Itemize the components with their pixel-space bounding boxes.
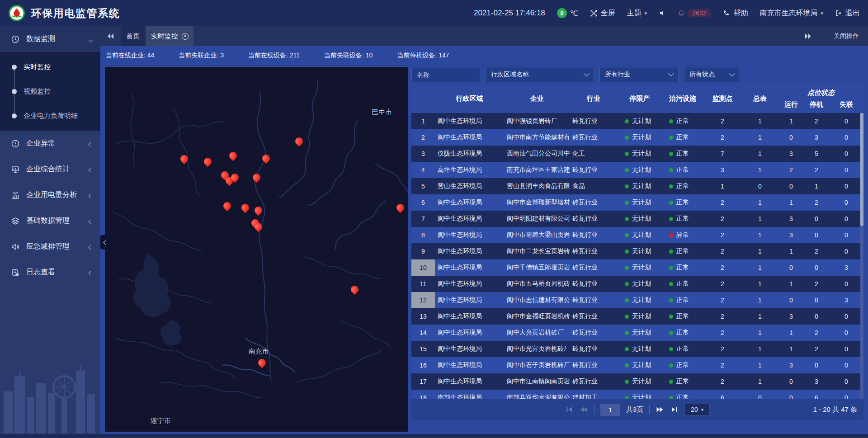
- table-row[interactable]: 15阆中生态环境局阆中市光富页岩机砖厂砖瓦行业无计划正常21120: [411, 341, 863, 357]
- help-button[interactable]: 帮助: [723, 9, 748, 18]
- table-row[interactable]: 7阆中生态环境局阆中明阳建材有限公司砖瓦行业无计划正常21300: [411, 211, 863, 227]
- sidebar-group-data-monitor[interactable]: 数据监测: [0, 26, 100, 52]
- tabs-scroll-right-button[interactable]: [797, 33, 818, 39]
- stop-production-cell: 无计划: [618, 276, 662, 292]
- chevron-left-icon: [89, 165, 92, 174]
- table-row[interactable]: 3仪陇生态环境局西南油气田分公司川中化工无计划正常71350: [411, 146, 863, 162]
- status-dot: [669, 331, 673, 335]
- prev-page-icon: [579, 405, 588, 414]
- table-row[interactable]: 10阆中生态环境局阆中千佛镇五郎垭页岩砖瓦行业无计划正常21003: [411, 259, 863, 276]
- treatment-status-cell: 正常: [662, 325, 703, 341]
- mute-button[interactable]: [659, 9, 666, 17]
- table-row[interactable]: 11阆中生态环境局阆中市五马桥页岩机砖砖瓦行业无计划正常21120: [411, 276, 863, 292]
- page-number-input[interactable]: [600, 404, 620, 416]
- table-row[interactable]: 14阆中生态环境局阆中大兴页岩机砖厂砖瓦行业无计划正常21120: [411, 325, 863, 341]
- table-row[interactable]: 8阆中生态环境局阆中市枣碧大梁山页岩砖瓦行业无计划异常21300: [411, 227, 863, 243]
- theme-dropdown[interactable]: 主题 ▾: [627, 9, 647, 18]
- monitor-points-cell: 2: [703, 276, 741, 292]
- status-dot: [625, 298, 629, 302]
- help-label: 帮助: [733, 9, 748, 18]
- chevron-down-icon: ▾: [645, 10, 647, 16]
- sidebar-group-company-abnormal[interactable]: 企业异常: [0, 131, 100, 156]
- treatment-status-cell: 正常: [662, 162, 703, 178]
- offline-count-cell: 0: [829, 373, 863, 390]
- region-cell: 阆中生态环境局: [435, 325, 504, 341]
- next-page-button[interactable]: [656, 405, 665, 414]
- status-select[interactable]: 所有状态: [684, 67, 739, 82]
- map-panel-collapse-toggle[interactable]: [100, 235, 110, 250]
- next-page-icon: [656, 405, 665, 414]
- table-row[interactable]: 1阆中生态环境局阆中强锐页岩砖厂砖瓦行业无计划正常21120: [411, 113, 863, 129]
- sidebar-group-emergency-reduction[interactable]: 应急减排管理: [0, 234, 100, 259]
- monitor-points-cell: 2: [703, 243, 741, 259]
- sidebar-group-company-statistics[interactable]: 企业综合统计: [0, 156, 100, 182]
- last-page-button[interactable]: [670, 405, 679, 414]
- total-meter-cell: 1: [741, 146, 778, 162]
- name-search-input[interactable]: [411, 67, 480, 82]
- bell-icon: [678, 9, 685, 17]
- tab-close-icon[interactable]: ×: [182, 33, 189, 40]
- sidebar-group-power-analysis[interactable]: 企业用电量分析: [0, 182, 100, 208]
- total-meter-cell: 1: [741, 162, 778, 178]
- divider: [594, 405, 594, 414]
- fullscreen-button[interactable]: 全屏: [590, 9, 615, 18]
- table-row[interactable]: 16阆中生态环境局阆中市石子页岩机砖厂砖瓦行业无计划正常21300: [411, 357, 863, 373]
- sidebar-item-video-monitor[interactable]: 视频监控: [0, 79, 100, 104]
- clock-icon: [11, 35, 20, 44]
- industry-select[interactable]: 所有行业: [599, 67, 679, 82]
- sidebar-group-base-data[interactable]: 基础数据管理: [0, 208, 100, 234]
- offline-count-cell: 3: [829, 259, 863, 276]
- table-row[interactable]: 18南部生态环境局南部县双华水泥有限公建材加工无计划正常60060: [411, 390, 863, 399]
- table-row[interactable]: 5营山生态环境局营山县润丰肉食品有限食品无计划正常10010: [411, 178, 863, 194]
- sidebar-item-realtime-monitor[interactable]: 实时监控: [0, 55, 100, 79]
- first-page-button[interactable]: [565, 405, 573, 414]
- sidebar-item-power-load-detail[interactable]: 企业电力负荷明细: [0, 104, 100, 128]
- map-canvas[interactable]: 巴中市南充市遂宁市: [105, 67, 408, 432]
- tab-home[interactable]: 首页: [121, 26, 145, 46]
- sidebar: 数据监测 实时监控 视频监控 企业电力负荷明细 企业异常 企业综合统计: [0, 26, 100, 438]
- page-size-select[interactable]: 20 ▾: [684, 404, 710, 416]
- table-row[interactable]: 4高坪生态环境局南充市高坪区王家店建砖瓦行业无计划正常31220: [411, 162, 863, 178]
- org-dropdown[interactable]: 南充市生态环境局 ▾: [760, 9, 823, 18]
- datetime: 2021-02-25 17:46:18: [474, 9, 545, 18]
- table-row[interactable]: 9阆中生态环境局阆中市二龙长宝页岩砖砖瓦行业无计划正常21120: [411, 243, 863, 259]
- col-treatment-facility: 治污设施: [662, 84, 703, 113]
- offline-count-cell: 0: [829, 357, 863, 373]
- row-index-cell: 14: [411, 325, 435, 341]
- tab-realtime-monitor[interactable]: 实时监控 ×: [146, 26, 193, 46]
- running-count-cell: 3: [778, 357, 804, 373]
- running-count-cell: 3: [778, 308, 804, 325]
- stat-item: 当前失联设备: 10: [324, 52, 373, 60]
- monitor-points-cell: 3: [703, 162, 741, 178]
- speaker-icon: [659, 9, 666, 17]
- table-row[interactable]: 12阆中生态环境局阆中市忠信建材有限公砖瓦行业无计划正常21003: [411, 292, 863, 308]
- close-operations-button[interactable]: 关闭操作: [834, 32, 859, 40]
- record-range-label: 1 - 20 共 47 条: [813, 399, 857, 420]
- logout-button[interactable]: 退出: [835, 9, 860, 18]
- log-document-icon: [11, 268, 20, 277]
- notifications-button[interactable]: 2632: [678, 9, 711, 17]
- table-scrollbar-thumb[interactable]: [860, 113, 863, 226]
- monitor-points-cell: 2: [703, 129, 741, 146]
- stopped-count-cell: 0: [804, 292, 829, 308]
- table-row[interactable]: 17阆中生态环境局阆中市江南镇阆南页岩砖瓦行业无计划正常21030: [411, 373, 863, 390]
- table-row[interactable]: 13阆中生态环境局阆中市金福旺页岩机砖砖瓦行业无计划正常21300: [411, 308, 863, 325]
- table-row[interactable]: 2阆中生态环境局阆中市南方节能建材有砖瓦行业无计划正常21030: [411, 129, 863, 146]
- region-select[interactable]: 行政区域名称: [486, 67, 594, 82]
- col-industry: 行业: [570, 84, 618, 113]
- bullet-icon: [12, 113, 17, 118]
- industry-cell: 砖瓦行业: [570, 227, 618, 243]
- offline-count-cell: 0: [829, 113, 863, 129]
- sidebar-group-log-view[interactable]: 日志查看: [0, 259, 100, 285]
- region-cell: 阆中生态环境局: [435, 341, 504, 357]
- status-dot: [625, 250, 629, 254]
- region-cell: 阆中生态环境局: [435, 357, 504, 373]
- tabs-scroll-left-button[interactable]: [100, 26, 121, 46]
- prev-page-button[interactable]: [579, 405, 588, 414]
- region-cell: 营山生态环境局: [435, 178, 504, 194]
- status-dot: [669, 298, 673, 302]
- status-dot: [625, 233, 629, 237]
- chevron-left-icon: [103, 240, 108, 245]
- table-row[interactable]: 6阆中生态环境局阆中市金博瑞新型墙材砖瓦行业无计划正常21120: [411, 194, 863, 211]
- stopped-count-cell: 0: [804, 259, 829, 276]
